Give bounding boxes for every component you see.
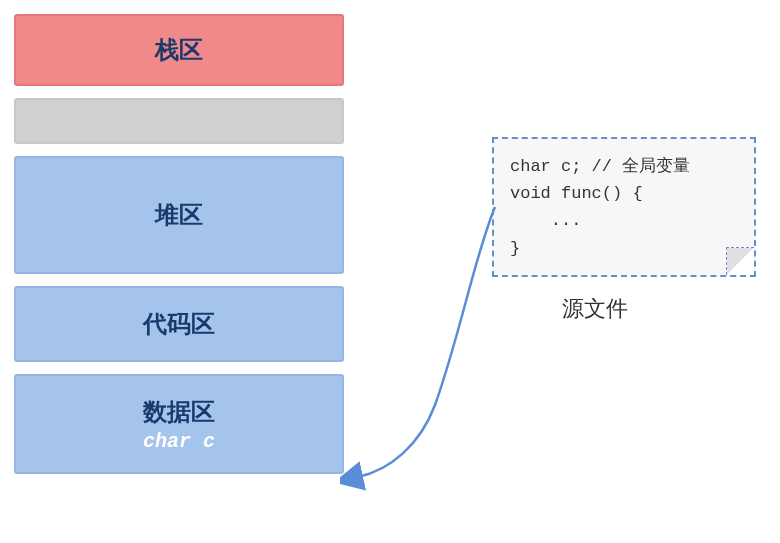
data-region-block: 数据区 char c xyxy=(14,374,344,474)
empty-region-block xyxy=(14,98,344,144)
heap-label: 堆区 xyxy=(155,199,203,231)
code-line-1: char c; // 全局变量 xyxy=(510,153,738,180)
source-code-panel: char c; // 全局变量 void func() { ... } xyxy=(492,137,756,277)
code-line-3: void func() { xyxy=(510,180,738,207)
stack-label: 栈区 xyxy=(155,34,203,66)
heap-region-block: 堆区 xyxy=(14,156,344,274)
stack-region-block: 栈区 xyxy=(14,14,344,86)
code-label: 代码区 xyxy=(143,308,215,340)
data-variable: char c xyxy=(143,430,215,453)
memory-layout-stack: 栈区 堆区 代码区 数据区 char c xyxy=(14,14,344,486)
data-label: 数据区 xyxy=(143,396,215,428)
code-line-4: ... xyxy=(510,207,738,234)
code-region-block: 代码区 xyxy=(14,286,344,362)
page-fold-icon xyxy=(726,247,754,275)
source-caption: 源文件 xyxy=(562,294,628,324)
code-line-5: } xyxy=(510,235,738,262)
